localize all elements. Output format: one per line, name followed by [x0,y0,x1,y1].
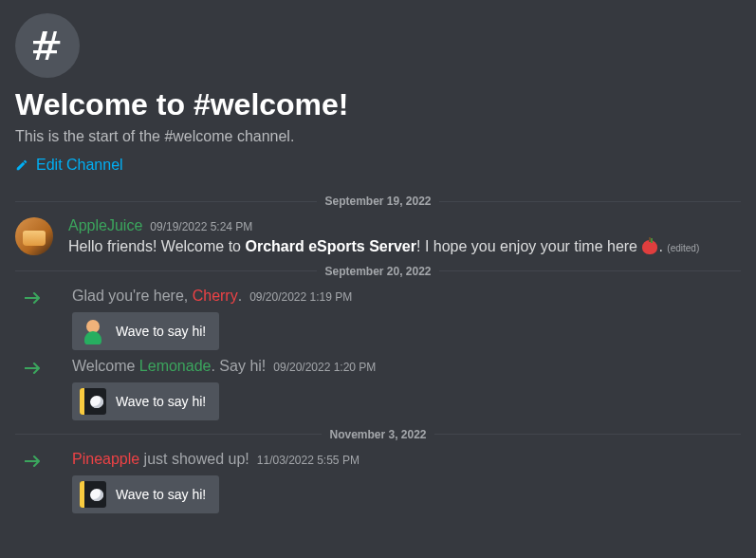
date-divider: November 3, 2022 [15,428,741,441]
system-join-text: Welcome Lemonade. Say hi! 09/20/2022 1:2… [72,358,741,375]
arrow-right-icon [25,455,44,468]
system-join-text: Pineapple just showed up! 11/03/2022 5:5… [72,451,741,468]
system-join-row: Pineapple just showed up! 11/03/2022 5:5… [15,451,741,513]
edited-tag: (edited) [667,243,699,253]
wave-sticker-icon [80,388,106,415]
date-divider-label: November 3, 2022 [322,428,433,441]
wave-button[interactable]: Wave to say hi! [72,475,219,513]
wave-sticker-icon [80,318,106,344]
message-row: AppleJuice 09/19/2022 5:24 PM Hello frie… [15,217,741,257]
wave-button[interactable]: Wave to say hi! [72,312,219,350]
wave-sticker-icon [80,481,106,508]
channel-hash-icon [15,13,80,78]
date-divider: September 19, 2022 [15,195,741,208]
date-divider-label: September 20, 2022 [317,265,438,278]
system-join-text: Glad you're here, Cherry. 09/20/2022 1:1… [72,288,741,305]
pencil-icon [15,158,28,172]
system-timestamp: 09/20/2022 1:19 PM [249,290,352,304]
wave-button[interactable]: Wave to say hi! [72,382,219,420]
channel-welcome-subtitle: This is the start of the #welcome channe… [15,128,741,145]
wave-button-label: Wave to say hi! [116,394,206,409]
apple-emoji-icon [641,237,658,254]
message-timestamp: 09/19/2022 5:24 PM [150,220,252,233]
message-author[interactable]: AppleJuice [68,217,142,234]
mention-user[interactable]: Cherry [193,288,238,304]
arrow-right-icon [25,362,44,375]
mention-user[interactable]: Pineapple [72,451,139,467]
edit-channel-label: Edit Channel [36,157,123,174]
arrow-right-icon [25,291,44,305]
message-content: Hello friends! Welcome to Orchard eSport… [68,236,741,257]
system-join-row: Welcome Lemonade. Say hi! 09/20/2022 1:2… [15,358,741,420]
wave-button-label: Wave to say hi! [116,487,206,502]
system-timestamp: 11/03/2022 5:55 PM [257,454,360,467]
system-timestamp: 09/20/2022 1:20 PM [273,361,376,374]
avatar[interactable] [15,217,53,255]
system-join-row: Glad you're here, Cherry. 09/20/2022 1:1… [15,288,741,350]
mention-user[interactable]: Lemonade [139,358,212,374]
channel-welcome-title: Welcome to #welcome! [15,87,741,122]
edit-channel-link[interactable]: Edit Channel [15,157,123,174]
wave-button-label: Wave to say hi! [116,324,206,339]
date-divider-label: September 19, 2022 [317,195,438,208]
date-divider: September 20, 2022 [15,265,741,278]
